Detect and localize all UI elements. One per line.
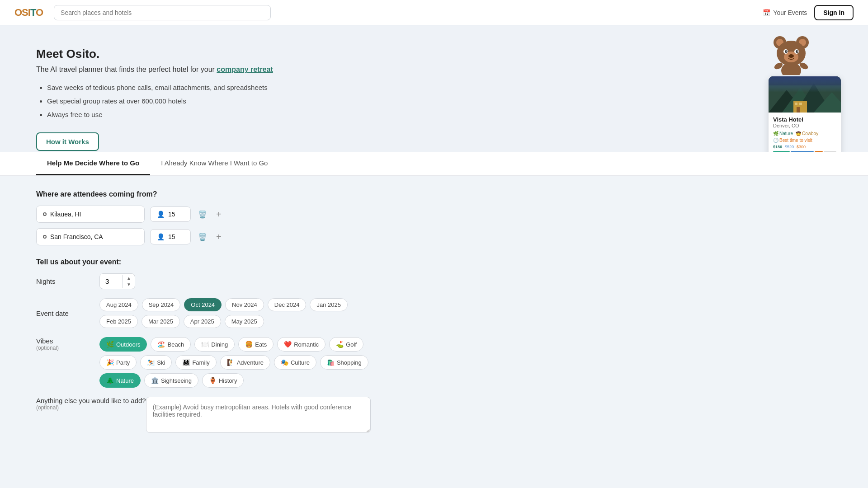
count-field-1[interactable] [168,211,182,218]
vibe-pill-nature[interactable]: 🌲Nature [99,373,141,388]
vibe-icon-romantic: ❤️ [284,341,292,348]
vibe-pill-culture[interactable]: 🎭Culture [274,355,316,370]
location-field-2[interactable] [50,233,132,240]
logo: OSiTO [14,7,43,19]
price-bar-empty [824,151,836,152]
svg-point-10 [786,51,787,52]
nights-arrows: ▲ ▼ [123,275,135,288]
location-field-1[interactable] [50,211,132,218]
hero-illustration: Vista Hotel Denver, CO 🌿 Nature 🤠 Cowboy… [769,30,841,152]
person-icon-2: 👤 [157,233,165,240]
date-pill-8[interactable]: Apr 2025 [184,315,221,328]
event-date-label: Event date [36,310,99,317]
price-bar-1 [773,151,790,152]
vibe-pill-sightseeing[interactable]: 🏛️Sightseeing [144,373,198,388]
vibe-pill-dining[interactable]: 🍽️Dining [194,337,235,352]
company-retreat-link[interactable]: company retreat [217,66,273,73]
header-right: 📅 Your Events Sign In [763,5,854,20]
date-pill-1[interactable]: Sep 2024 [142,298,181,311]
vibe-icon-adventure: 🧗 [227,359,235,366]
nights-field[interactable] [100,274,123,289]
hero-bullets: Save weeks of tedious phone calls, email… [47,81,832,122]
your-events-button[interactable]: 📅 Your Events [763,9,807,16]
vibe-pill-romantic[interactable]: ❤️Romantic [277,337,326,352]
vibe-icon-golf: ⛳ [336,341,344,348]
date-pill-9[interactable]: May 2025 [225,315,264,328]
tabs-nav: Help Me Decide Where to Go I Already Kno… [0,152,868,176]
bullet-3: Always free to use [47,108,832,122]
event-date-row: Event date Aug 2024Sep 2024Oct 2024Nov 2… [36,298,371,328]
count-field-2[interactable] [168,233,182,240]
vibe-pill-beach[interactable]: 🏖️Beach [151,337,191,352]
nights-up-button[interactable]: ▲ [123,275,135,282]
add-row-1-button[interactable]: + [214,207,223,221]
add-row-2-button[interactable]: + [214,230,223,244]
location-input-1 [36,206,145,223]
svg-point-9 [796,50,798,53]
vibe-label-dining: Dining [211,341,228,348]
price-3: $300 [797,145,806,149]
vibe-icon-beach: 🏖️ [157,341,165,348]
nights-input: ▲ ▼ [99,273,135,289]
date-pill-0[interactable]: Aug 2024 [99,298,138,311]
price-1: $186 [773,145,782,149]
search-input[interactable] [54,5,271,20]
date-pill-6[interactable]: Feb 2025 [99,315,138,328]
vibe-pill-history[interactable]: 🏺History [202,373,244,388]
how-it-works-button[interactable]: How it Works [36,132,99,151]
person-icon-1: 👤 [157,211,165,218]
date-pill-5[interactable]: Jan 2025 [310,298,348,311]
nights-down-button[interactable]: ▼ [123,282,135,288]
svg-point-11 [797,51,798,52]
svg-rect-22 [795,103,797,105]
vibe-icon-dining: 🍽️ [201,341,209,348]
sign-in-button[interactable]: Sign In [814,5,854,20]
notes-optional: (optional) [36,404,146,411]
notes-field-container [146,397,371,434]
svg-rect-26 [769,76,841,92]
date-pill-2[interactable]: Oct 2024 [184,298,222,311]
vibe-pill-shopping[interactable]: 🛍️Shopping [320,355,368,370]
vibe-label-outdoors: Outdoors [116,341,140,348]
vibe-pill-eats[interactable]: 🍔Eats [238,337,274,352]
date-pill-4[interactable]: Dec 2024 [268,298,307,311]
vibe-pill-golf[interactable]: ⛳Golf [329,337,363,352]
vibe-pill-family[interactable]: 👨‍👩‍👧Family [175,355,216,370]
vibes-label-block: Vibes (optional) [36,337,99,351]
price-bar-2 [791,151,814,152]
tab-know[interactable]: I Already Know Where I Want to Go [150,152,278,175]
count-input-2: 👤 [150,229,191,244]
hotel-tag-nature: 🌿 Nature [773,131,793,136]
price-bar-3 [815,151,823,152]
vibe-icon-eats: 🍔 [245,341,253,348]
date-pill-3[interactable]: Nov 2024 [225,298,264,311]
vibe-pill-ski[interactable]: ⛷️Ski [140,355,172,370]
notes-row: Anything else you would like to add? (op… [36,397,371,434]
hotel-location: Denver, CO [773,123,836,128]
delete-row-1-button[interactable]: 🗑️ [196,208,209,221]
vibe-icon-party: 🎉 [106,359,114,366]
tab-decide[interactable]: Help Me Decide Where to Go [36,152,150,175]
vibe-label-sightseeing: Sightseeing [161,377,192,384]
nights-label: Nights [36,277,99,285]
svg-point-8 [785,50,788,53]
svg-rect-23 [799,103,802,105]
notes-textarea[interactable] [146,397,371,433]
vibe-pill-adventure[interactable]: 🧗Adventure [220,355,270,370]
hero-section: Meet Osito. The AI travel planner that f… [0,25,868,152]
vibe-label-history: History [219,377,237,384]
vibe-pill-outdoors[interactable]: 🌿Outdoors [99,337,147,352]
nights-row: Nights ▲ ▼ [36,273,371,289]
hotel-card-preview: Vista Hotel Denver, CO 🌿 Nature 🤠 Cowboy… [769,76,841,152]
date-pills: Aug 2024Sep 2024Oct 2024Nov 2024Dec 2024… [99,298,371,328]
hotel-card-body: Vista Hotel Denver, CO 🌿 Nature 🤠 Cowboy… [769,113,841,152]
vibe-icon-nature: 🌲 [106,377,114,384]
delete-row-2-button[interactable]: 🗑️ [196,231,209,243]
event-section: Tell us about your event: Nights ▲ ▼ Eve… [36,258,371,434]
date-pill-7[interactable]: Mar 2025 [142,315,180,328]
attendee-row-1: 👤 🗑️ + [36,206,371,223]
vibe-pill-party[interactable]: 🎉Party [99,355,137,370]
header: OSiTO 📅 Your Events Sign In [0,0,868,25]
vibe-icon-history: 🏺 [209,377,217,384]
vibe-icon-culture: 🎭 [281,359,288,366]
